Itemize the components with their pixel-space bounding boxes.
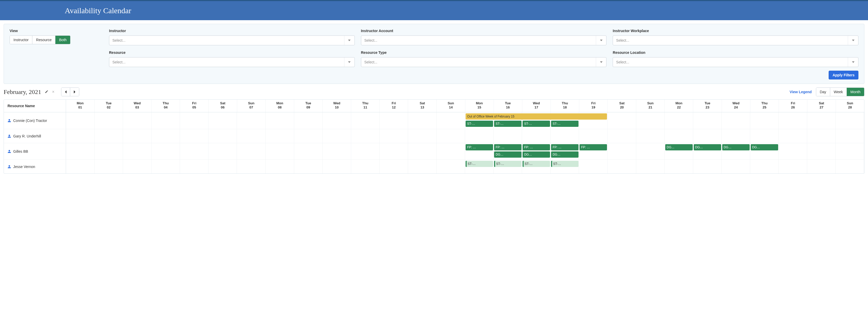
day-header: Sat13	[408, 100, 437, 112]
range-option-week[interactable]: Week	[830, 88, 847, 96]
month-title: February, 2021	[4, 89, 41, 96]
select-placeholder: Select...	[113, 60, 126, 64]
resource-cell[interactable]: Gary R. Underhill	[4, 129, 66, 143]
filter-select-instructor-account[interactable]: Select...	[361, 35, 607, 45]
day-header: Fri19	[579, 100, 608, 112]
day-header: Sat06	[209, 100, 237, 112]
events-layer: ST-…ST-…ST-…ST-…	[66, 160, 864, 173]
day-header: Fri12	[380, 100, 408, 112]
day-header: Fri05	[180, 100, 209, 112]
chevron-down-icon	[596, 58, 606, 67]
calendar-event[interactable]: ST-…	[466, 121, 493, 127]
calendar-event[interactable]: ST-…	[551, 121, 579, 127]
chevron-down-icon	[344, 58, 354, 67]
day-header: Tue16	[494, 100, 522, 112]
month-nav	[61, 88, 79, 96]
calendar-event[interactable]: DG…	[751, 144, 778, 150]
range-option-day[interactable]: Day	[816, 88, 830, 96]
filter-grid: InstructorSelect...Instructor AccountSel…	[109, 29, 859, 67]
day-header: Mon08	[266, 100, 294, 112]
person-icon	[7, 134, 11, 138]
page-header: Availability Calendar	[0, 1, 868, 20]
calendar-event[interactable]: FP: …	[494, 144, 522, 150]
filter-select-instructor-workplace[interactable]: Select...	[613, 35, 859, 45]
calendar-event[interactable]: FP: …	[580, 144, 607, 150]
day-header: Sun21	[636, 100, 665, 112]
day-header: Sun07	[237, 100, 266, 112]
view-option-both[interactable]: Both	[55, 36, 70, 44]
day-header: Wed10	[323, 100, 351, 112]
person-icon	[7, 119, 11, 123]
calendar-event[interactable]: ST-…	[523, 161, 550, 167]
days-body: Out of Office Week of February 15ST-…ST-…	[66, 112, 864, 129]
filter-label: Resource Type	[361, 51, 607, 55]
day-header: Sun28	[836, 100, 864, 112]
day-header: Sat20	[608, 100, 636, 112]
calendar-event[interactable]: ST-…	[551, 161, 579, 167]
calendar-event[interactable]: DG…	[694, 144, 721, 150]
filter-select-resource-type[interactable]: Select...	[361, 57, 607, 67]
calendar-event[interactable]: DG…	[722, 144, 750, 150]
pencil-icon[interactable]	[45, 90, 49, 94]
filter-select-instructor[interactable]: Select...	[109, 35, 355, 45]
day-header: Fri26	[779, 100, 807, 112]
calendar-event[interactable]: ST-…	[466, 161, 493, 167]
day-header: Sat27	[807, 100, 836, 112]
day-header: Wed03	[123, 100, 152, 112]
resource-cell[interactable]: Connie (Con) Tractor	[4, 112, 66, 129]
filter-label: Resource Location	[613, 51, 859, 55]
day-header: Tue09	[294, 100, 323, 112]
view-option-instructor[interactable]: Instructor	[10, 36, 32, 44]
select-placeholder: Select...	[616, 60, 629, 64]
calendar-event[interactable]: ST-…	[523, 121, 550, 127]
calendar-header-row: Resource Name Mon01Tue02Wed03Thu04Fri05S…	[4, 100, 864, 112]
resource-name-header: Resource Name	[4, 100, 66, 112]
calendar-event[interactable]: FP: …	[551, 144, 579, 150]
filter-panel: View InstructorResourceBoth InstructorSe…	[4, 24, 864, 84]
page-title: Availability Calendar	[65, 6, 868, 15]
resource-name: Gary R. Underhill	[13, 134, 41, 138]
day-header: Mon22	[665, 100, 693, 112]
calendar-event[interactable]: DG…	[665, 144, 693, 150]
calendar-toolbar: February, 2021 × View Legend DayWeekMont…	[4, 88, 864, 96]
calendar-event[interactable]: DG…	[551, 152, 579, 158]
resource-row: Jesse VernonST-…ST-…ST-…ST-…	[4, 160, 864, 173]
events-layer	[66, 129, 864, 143]
select-placeholder: Select...	[113, 38, 126, 42]
day-header: Mon01	[66, 100, 95, 112]
calendar-event[interactable]: DG…	[494, 152, 522, 158]
person-icon	[7, 165, 11, 169]
view-legend-link[interactable]: View Legend	[789, 90, 811, 94]
resource-row: Gilles BBFP: …FP: …FP: …FP: …FP: …DG…DG……	[4, 143, 864, 160]
filter-label: Instructor	[109, 29, 355, 33]
next-month-button[interactable]	[70, 88, 79, 96]
day-header: Wed24	[722, 100, 750, 112]
calendar-event[interactable]: ST-…	[494, 161, 522, 167]
range-option-month[interactable]: Month	[847, 88, 864, 96]
select-placeholder: Select...	[616, 38, 629, 42]
day-header: Thu04	[152, 100, 180, 112]
calendar-event[interactable]: DG…	[523, 152, 550, 158]
close-icon[interactable]: ×	[52, 90, 54, 94]
prev-month-button[interactable]	[61, 88, 70, 96]
day-header: Tue02	[95, 100, 123, 112]
range-segmented-control: DayWeekMonth	[816, 88, 864, 96]
resource-cell[interactable]: Jesse Vernon	[4, 160, 66, 173]
chevron-down-icon	[596, 36, 606, 45]
calendar-event[interactable]: FP: …	[523, 144, 550, 150]
calendar-event[interactable]: ST-…	[494, 121, 522, 127]
resource-name: Gilles BB	[13, 149, 28, 154]
calendar-event[interactable]: FP: …	[466, 144, 493, 150]
view-option-resource[interactable]: Resource	[32, 36, 55, 44]
filter-label: Instructor Account	[361, 29, 607, 33]
select-placeholder: Select...	[364, 38, 377, 42]
chevron-down-icon	[848, 58, 858, 67]
filter-select-resource-location[interactable]: Select...	[613, 57, 859, 67]
apply-filters-button[interactable]: Apply Filters	[829, 71, 859, 79]
resource-cell[interactable]: Gilles BB	[4, 143, 66, 160]
day-header: Thu11	[351, 100, 380, 112]
person-icon	[7, 149, 11, 153]
calendar-event[interactable]: Out of Office Week of February 15	[466, 113, 607, 120]
days-body: FP: …FP: …FP: …FP: …FP: …DG…DG…DG…DG…DG……	[66, 143, 864, 160]
filter-select-resource[interactable]: Select...	[109, 57, 355, 67]
